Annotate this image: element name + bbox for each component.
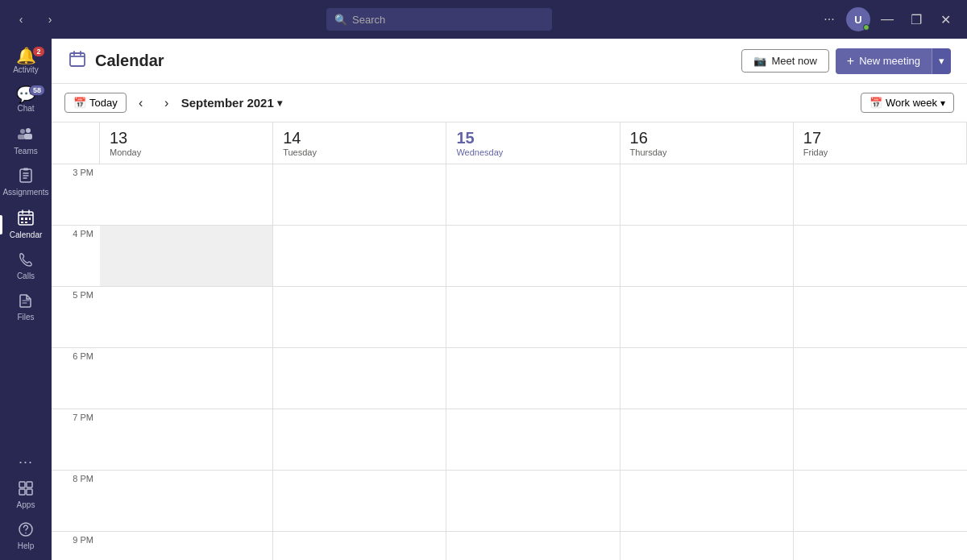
svg-rect-14 xyxy=(19,489,25,495)
new-meeting-chevron-button[interactable]: ▾ xyxy=(932,48,951,74)
day-header-16: 16 Thursday xyxy=(620,122,794,164)
meet-now-icon: 📷 xyxy=(753,55,766,67)
tuesday-7pm-cell[interactable] xyxy=(273,409,446,471)
back-button[interactable]: ‹ xyxy=(10,8,32,31)
calendar-actions: 📷 Meet now + New meeting ▾ xyxy=(741,48,951,74)
calendar-icon xyxy=(17,209,35,229)
sidebar-item-files[interactable]: Files xyxy=(0,288,52,327)
time-label-7pm: 7 PM xyxy=(52,409,100,471)
new-meeting-group: + New meeting ▾ xyxy=(836,48,951,74)
wednesday-5pm-cell[interactable] xyxy=(446,287,619,348)
svg-rect-9 xyxy=(21,222,23,223)
sidebar-item-label: Files xyxy=(17,313,34,322)
monday-6pm-cell[interactable] xyxy=(100,348,272,409)
today-button[interactable]: 📅 Today xyxy=(64,93,127,113)
meet-now-button[interactable]: 📷 Meet now xyxy=(741,49,828,73)
files-icon xyxy=(18,292,34,311)
friday-3pm-cell[interactable] xyxy=(794,164,967,226)
tuesday-4pm-cell[interactable] xyxy=(273,226,446,287)
tuesday-5pm-cell[interactable] xyxy=(273,287,446,348)
titlebar-right: ··· U — ❐ ✕ xyxy=(817,7,957,31)
activity-badge: 2 xyxy=(32,46,45,57)
calendar-nav: 📅 Today ‹ › September 2021 ▾ xyxy=(64,92,282,114)
thursday-3pm-cell[interactable] xyxy=(620,164,793,226)
titlebar-left: ‹ › xyxy=(10,8,61,31)
svg-rect-3 xyxy=(18,135,25,139)
thursday-7pm-cell[interactable] xyxy=(620,409,793,471)
monday-4pm-cell[interactable] xyxy=(100,226,272,287)
time-text: 6 PM xyxy=(73,351,93,361)
sidebar-item-activity[interactable]: 🔔 Activity 2 xyxy=(0,43,52,80)
forward-button[interactable]: › xyxy=(39,8,61,31)
day-number: 17 xyxy=(803,129,957,147)
next-week-button[interactable]: › xyxy=(156,92,178,114)
search-bar[interactable]: 🔍 xyxy=(326,8,552,31)
monday-5pm-cell[interactable] xyxy=(100,287,272,348)
friday-5pm-cell[interactable] xyxy=(794,287,967,348)
avatar[interactable]: U xyxy=(846,7,870,31)
wednesday-7pm-cell[interactable] xyxy=(446,409,619,471)
minimize-button[interactable]: — xyxy=(875,7,899,31)
friday-9pm-cell[interactable] xyxy=(794,532,967,560)
calendar-header: Calendar 📷 Meet now + New meeting ▾ xyxy=(52,39,967,84)
sidebar-item-label: Calendar xyxy=(10,230,43,240)
more-options-button[interactable]: ··· xyxy=(817,7,841,31)
sidebar-item-calendar[interactable]: Calendar xyxy=(0,204,52,245)
time-grid-body: 3 PM 4 PM 5 PM 6 PM 7 PM 8 PM xyxy=(52,164,967,560)
thursday-9pm-cell[interactable] xyxy=(620,532,793,560)
friday-6pm-cell[interactable] xyxy=(794,348,967,409)
sidebar-item-teams[interactable]: Teams xyxy=(0,120,52,161)
day-columns xyxy=(100,164,967,560)
day-name-today: Wednesday xyxy=(456,147,609,157)
sidebar-item-calls[interactable]: Calls xyxy=(0,247,52,286)
thursday-6pm-cell[interactable] xyxy=(620,348,793,409)
content-area: Calendar 📷 Meet now + New meeting ▾ xyxy=(52,39,967,560)
wednesday-6pm-cell[interactable] xyxy=(446,348,619,409)
thursday-5pm-cell[interactable] xyxy=(620,287,793,348)
tuesday-9pm-cell[interactable] xyxy=(273,532,446,560)
prev-week-button[interactable]: ‹ xyxy=(130,92,152,114)
monday-7pm-cell[interactable] xyxy=(100,409,272,471)
wednesday-3pm-cell[interactable] xyxy=(446,164,619,226)
thursday-4pm-cell[interactable] xyxy=(620,226,793,287)
new-meeting-button[interactable]: + New meeting xyxy=(836,48,932,74)
days-header: 13 Monday 14 Tuesday 15 Wednesday 16 Thu… xyxy=(52,122,967,164)
day-col-thursday xyxy=(620,164,794,560)
sidebar-item-label: Teams xyxy=(14,147,37,156)
maximize-button[interactable]: ❐ xyxy=(904,7,928,31)
sidebar-item-label: Chat xyxy=(17,104,34,114)
day-header-15: 15 Wednesday xyxy=(446,122,620,164)
svg-rect-18 xyxy=(70,53,85,66)
calendar-small-icon: 📅 xyxy=(73,97,86,109)
sidebar-item-assignments[interactable]: Assignments xyxy=(0,163,52,202)
monday-9pm-cell[interactable] xyxy=(100,532,272,560)
sidebar-item-chat[interactable]: 💬 Chat 58 xyxy=(0,81,52,118)
search-input[interactable] xyxy=(352,14,544,26)
thursday-8pm-cell[interactable] xyxy=(620,471,793,532)
sidebar-item-apps[interactable]: Apps xyxy=(0,475,52,515)
work-week-chevron-icon: ▾ xyxy=(940,97,945,109)
wednesday-9pm-cell[interactable] xyxy=(446,532,619,560)
day-col-monday xyxy=(100,164,273,560)
sidebar-item-more[interactable]: ··· xyxy=(0,450,52,474)
tuesday-3pm-cell[interactable] xyxy=(273,164,446,226)
sidebar-item-help[interactable]: Help xyxy=(0,516,52,556)
tuesday-6pm-cell[interactable] xyxy=(273,348,446,409)
monday-3pm-cell[interactable] xyxy=(100,164,272,226)
work-week-button[interactable]: 📅 Work week ▾ xyxy=(861,93,954,113)
friday-8pm-cell[interactable] xyxy=(794,471,967,532)
friday-4pm-cell[interactable] xyxy=(794,226,967,287)
time-text: 9 PM xyxy=(73,535,93,545)
wednesday-8pm-cell[interactable] xyxy=(446,471,619,532)
teams-icon xyxy=(17,125,35,145)
time-label-6pm: 6 PM xyxy=(52,348,100,409)
calendar-header-icon xyxy=(68,49,87,73)
monday-8pm-cell[interactable] xyxy=(100,471,272,532)
close-button[interactable]: ✕ xyxy=(933,7,957,31)
friday-7pm-cell[interactable] xyxy=(794,409,967,471)
tuesday-8pm-cell[interactable] xyxy=(273,471,446,532)
month-label[interactable]: September 2021 ▾ xyxy=(181,96,282,110)
page-title: Calendar xyxy=(95,52,164,70)
sidebar-item-label: Assignments xyxy=(2,188,48,197)
wednesday-4pm-cell[interactable] xyxy=(446,226,619,287)
